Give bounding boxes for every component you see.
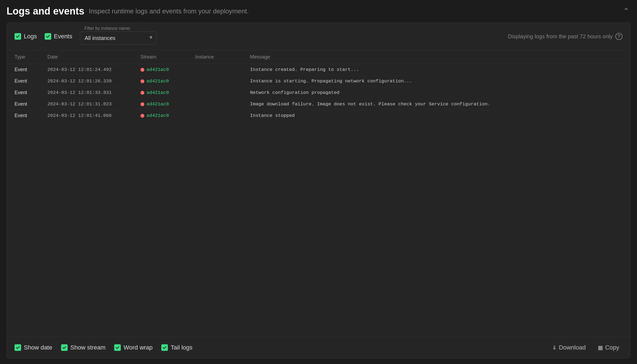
panel-footer: Show date Show stream [7, 337, 630, 358]
show-date-label: Show date [24, 344, 52, 351]
page-title: Logs and events [7, 5, 84, 17]
checkmark-icon-5 [116, 346, 119, 349]
events-checkbox-label[interactable]: Events [45, 33, 72, 40]
page-container: Logs and events Inspect runtime logs and… [0, 0, 637, 364]
stream-dot-icon [140, 68, 144, 72]
filter-group: Filter by instance name: All instances ▼ [80, 28, 157, 45]
cell-type: Event [15, 78, 47, 84]
checkmark-icon-4 [62, 346, 66, 349]
collapse-button[interactable]: ⌃ [622, 6, 630, 16]
col-instance: Instance [195, 54, 250, 60]
table-row: Event 2024-03-12 12:01:31.023 ad421ac0 I… [7, 99, 630, 110]
cell-message: Instance created. Preparing to start... [250, 67, 622, 72]
main-panel: Logs Events Filter by instance name: [7, 22, 630, 359]
word-wrap-label: Word wrap [124, 344, 153, 351]
cell-stream: ad421ac0 [140, 90, 195, 95]
cell-type: Event [15, 67, 47, 73]
checkmark-icon [16, 34, 20, 38]
table-row: Event 2024-03-12 12:01:41.066 ad421ac0 I… [7, 110, 630, 122]
stream-name: ad421ac0 [147, 102, 169, 107]
show-stream-checkbox-label[interactable]: Show stream [61, 344, 105, 351]
tail-logs-label: Tail logs [171, 344, 192, 351]
stream-dot-icon [140, 102, 144, 106]
stream-name: ad421ac0 [147, 113, 169, 118]
checkmark-icon-6 [163, 346, 167, 349]
table-row: Event 2024-03-12 12:01:24.492 ad421ac0 I… [7, 64, 630, 76]
stream-dot-icon [140, 79, 144, 83]
chevron-up-icon: ⌃ [623, 7, 629, 15]
stream-name: ad421ac0 [147, 90, 169, 95]
copy-icon: ▦ [598, 344, 603, 351]
logs-checkbox[interactable] [15, 33, 21, 40]
cell-message: Instance is starting. Propagating networ… [250, 79, 622, 84]
filter-select[interactable]: All instances [80, 31, 157, 45]
cell-stream: ad421ac0 [140, 102, 195, 107]
download-button[interactable]: ⇓ Download [549, 342, 589, 353]
stream-name: ad421ac0 [147, 79, 169, 84]
displaying-text: Displaying logs from the past 72 hours o… [508, 33, 613, 40]
cell-message: Network configuration propagated [250, 90, 622, 95]
stream-name: ad421ac0 [147, 67, 169, 72]
events-checkbox[interactable] [45, 33, 51, 40]
table-row: Event 2024-03-12 12:01:26.339 ad421ac0 I… [7, 76, 630, 87]
info-icon-label: ? [618, 34, 620, 39]
checkmark-icon-2 [46, 34, 50, 38]
table-header: Type Date Stream Instance Message [7, 50, 630, 64]
checkmark-icon-3 [16, 346, 20, 349]
cell-message: Instance stopped [250, 113, 622, 118]
cell-type: Event [15, 90, 47, 96]
cell-message: Image download failure. Image does not e… [250, 102, 622, 107]
logs-label: Logs [24, 33, 37, 40]
show-stream-label: Show stream [70, 344, 105, 351]
header-left: Logs and events Inspect runtime logs and… [7, 5, 249, 17]
cell-type: Event [15, 101, 47, 107]
table-row: Event 2024-03-12 12:01:33.931 ad421ac0 N… [7, 87, 630, 99]
footer-right: ⇓ Download ▦ Copy [549, 342, 622, 353]
tail-logs-checkbox-label[interactable]: Tail logs [161, 344, 192, 351]
page-subtitle: Inspect runtime logs and events from you… [89, 7, 249, 15]
copy-button[interactable]: ▦ Copy [595, 342, 622, 353]
col-stream: Stream [140, 54, 195, 60]
cell-date: 2024-03-12 12:01:41.066 [47, 113, 140, 118]
cell-stream: ad421ac0 [140, 67, 195, 72]
page-header: Logs and events Inspect runtime logs and… [7, 5, 630, 17]
cell-date: 2024-03-12 12:01:26.339 [47, 79, 140, 84]
cell-date: 2024-03-12 12:01:31.023 [47, 102, 140, 107]
cell-date: 2024-03-12 12:01:33.931 [47, 90, 140, 95]
events-label: Events [54, 33, 72, 40]
show-date-checkbox[interactable] [15, 344, 21, 351]
col-date: Date [47, 54, 140, 60]
tail-logs-checkbox[interactable] [161, 344, 168, 351]
show-date-checkbox-label[interactable]: Show date [15, 344, 52, 351]
log-table: Event 2024-03-12 12:01:24.492 ad421ac0 I… [7, 64, 630, 337]
col-type: Type [15, 54, 47, 60]
cell-stream: ad421ac0 [140, 113, 195, 118]
footer-left: Show date Show stream [15, 344, 193, 351]
word-wrap-checkbox[interactable] [114, 344, 121, 351]
download-label: Download [559, 344, 586, 351]
toolbar-left: Logs Events Filter by instance name: [15, 28, 157, 45]
filter-select-wrapper: All instances ▼ [80, 30, 157, 45]
cell-date: 2024-03-12 12:01:24.492 [47, 67, 140, 72]
toolbar-right: Displaying logs from the past 72 hours o… [508, 33, 622, 40]
download-icon: ⇓ [552, 344, 557, 351]
panel-toolbar: Logs Events Filter by instance name: [7, 23, 630, 50]
logs-checkbox-label[interactable]: Logs [15, 33, 37, 40]
col-message: Message [250, 54, 622, 60]
copy-label: Copy [605, 344, 619, 351]
filter-label: Filter by instance name: [83, 26, 132, 31]
cell-stream: ad421ac0 [140, 79, 195, 84]
stream-dot-icon [140, 114, 144, 118]
show-stream-checkbox[interactable] [61, 344, 68, 351]
info-icon[interactable]: ? [615, 33, 622, 40]
cell-type: Event [15, 113, 47, 119]
word-wrap-checkbox-label[interactable]: Word wrap [114, 344, 153, 351]
stream-dot-icon [140, 91, 144, 95]
